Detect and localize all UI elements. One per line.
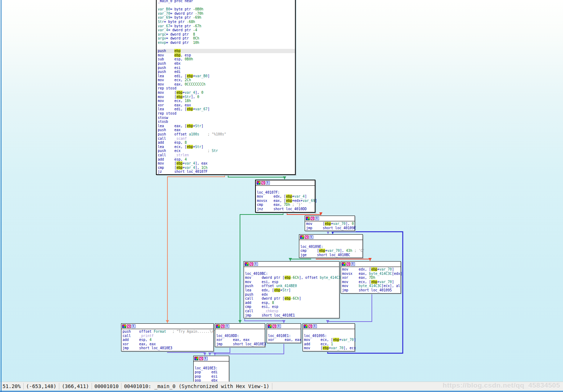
asm-line[interactable]: mov [ebp+Str], 0 [158, 95, 294, 99]
block-title-bar[interactable]: E [267, 324, 301, 329]
basic-block-loc_4010DD[interactable]: E loc_4010DD:xor eax, eaxjmp short loc_4… [215, 323, 265, 347]
basic-block-loc_4010E1[interactable]: E loc_4010E1:xor eax, eax [267, 323, 301, 343]
asm-line[interactable]: mov [ebp+var_4], eax [158, 161, 294, 166]
asm-line[interactable]: mov ecx, [ebp+var_70] [342, 280, 400, 284]
text-view-icon[interactable]: E [351, 262, 355, 266]
asm-line[interactable]: mov ecx, 2Ch [158, 78, 294, 82]
asm-line[interactable]: cmp [ebp+var_70], 43h ; 'C' [300, 249, 361, 253]
block-title-bar[interactable]: E [305, 216, 355, 221]
chart-icon[interactable] [310, 217, 314, 220]
asm-line[interactable]: add esp, 4 [158, 157, 294, 162]
block-title-bar[interactable]: E [244, 262, 339, 267]
block-title-bar[interactable]: E [341, 262, 401, 267]
asm-line[interactable]: call _strlen [158, 153, 294, 157]
basic-block-loc_4010BC[interactable]: E loc_4010BC:mov dword ptr [ebp-6Ch], of… [244, 261, 340, 318]
asm-line[interactable]: call __chkesp [245, 309, 338, 313]
asm-line[interactable]: add esp, 4 [123, 338, 212, 342]
asm-line[interactable]: push ebp [157, 49, 295, 53]
asm-line[interactable]: push esi [158, 66, 294, 70]
block-title-bar[interactable]: E [215, 324, 265, 329]
asm-line[interactable]: movsx eax, byte_414C3C[edx] [342, 272, 400, 276]
chart-icon[interactable] [272, 324, 276, 328]
asm-line[interactable]: mov ebp, esp [158, 53, 294, 57]
asm-line[interactable]: push ecx ; Str [158, 149, 294, 153]
chart-icon[interactable] [346, 262, 350, 266]
asm-line[interactable]: loc_4010E1: [268, 334, 300, 338]
asm-line[interactable]: loc_401095: [304, 334, 354, 338]
asm-line[interactable]: mov ecx, [ebp+var_70] [304, 338, 354, 342]
asm-line[interactable]: jmp short loc_4010E1 [245, 313, 338, 318]
text-view-icon[interactable]: E [254, 262, 258, 266]
asm-line[interactable]: var_67= byte ptr -67h [158, 24, 294, 28]
asm-line[interactable]: call _scanf [158, 137, 294, 141]
asm-line[interactable] [158, 45, 294, 49]
asm-line[interactable]: mov [ebp+var_70], 0 [306, 222, 354, 226]
block-title-bar[interactable]: E [256, 180, 315, 186]
text-view-icon[interactable]: E [131, 324, 135, 328]
palette-icon[interactable] [122, 324, 126, 328]
asm-line[interactable]: push offset unk_414BE0 [245, 284, 338, 288]
asm-line[interactable]: movsx eax, [ebp+edx+var_69] [257, 199, 314, 203]
basic-block-loc_401095[interactable]: E loc_401095:mov ecx, [ebp+var_70]add ec… [303, 323, 355, 351]
asm-line[interactable]: jmp short loc_4010E3 [123, 346, 212, 350]
asm-line[interactable]: Str= byte ptr -68h [158, 20, 294, 24]
palette-icon[interactable] [245, 262, 249, 266]
asm-line[interactable] [158, 3, 294, 8]
basic-block-xor-loop-body[interactable]: Emov edx, [ebp+var_70]movsx eax, byte_41… [341, 261, 401, 294]
basic-block-entry-main_0[interactable]: _main_0 proc near var_B0= byte ptr -0B0h… [156, 0, 296, 175]
asm-line[interactable]: loc_40109E: [300, 245, 361, 249]
asm-line[interactable] [304, 329, 354, 334]
asm-line[interactable]: xor eax, 7Dh [342, 276, 400, 280]
asm-line[interactable]: stosb [158, 120, 294, 124]
asm-line[interactable]: lea edi, [ebp+var_67] [158, 107, 294, 111]
text-view-icon[interactable]: E [315, 217, 319, 220]
asm-line[interactable]: jnz short loc_4010DD [257, 207, 314, 211]
asm-line[interactable]: cmp eax, 7Dh ; '}' [257, 203, 314, 207]
basic-block-loc_40109E[interactable]: E loc_40109E:cmp [ebp+var_70], 43h ; 'C'… [299, 234, 363, 258]
asm-line[interactable]: loc_4010DD: [216, 334, 264, 338]
asm-line[interactable]: call _printf [123, 334, 212, 338]
chart-icon[interactable] [308, 324, 312, 328]
palette-icon[interactable] [342, 262, 346, 266]
chart-icon[interactable] [261, 181, 265, 185]
asm-line[interactable]: add esp, 8 [158, 140, 294, 145]
chart-icon[interactable] [305, 235, 309, 239]
asm-line[interactable]: jmp short loc_4010E3 [216, 342, 264, 346]
asm-line[interactable]: jmp short loc_401095 [342, 288, 400, 292]
asm-line[interactable]: push ebx [158, 61, 294, 66]
chart-icon[interactable] [199, 357, 203, 360]
block-title-bar[interactable]: E [299, 235, 363, 240]
asm-line[interactable]: pop esi [195, 374, 228, 379]
asm-line[interactable]: mov [ebp+var_4], 0 [158, 91, 294, 95]
asm-line[interactable]: stosw [158, 116, 294, 120]
asm-line[interactable]: mov dword ptr [ebp-6Ch], offset byte_414… [245, 276, 338, 280]
asm-line[interactable]: rep stosd [158, 111, 294, 116]
block-title-bar[interactable]: E [194, 356, 229, 361]
asm-line[interactable]: push edi [158, 70, 294, 74]
palette-icon[interactable] [194, 357, 198, 360]
chart-icon[interactable] [127, 324, 131, 328]
asm-line[interactable]: loc_4010BC: [245, 272, 338, 276]
asm-line[interactable]: loc_40107F: [257, 190, 314, 195]
asm-line[interactable]: mov eax, 0CCCCCCCCh [158, 82, 294, 87]
text-view-icon[interactable]: E [204, 357, 208, 360]
basic-block-var70-init[interactable]: Emov [ebp+var_70], 0jmp short loc_40109E [305, 216, 355, 231]
asm-line[interactable]: jge short loc_4010BC [300, 253, 361, 257]
asm-line[interactable]: var_B0= byte ptr -0B0h [158, 7, 294, 11]
chart-icon[interactable] [249, 262, 253, 266]
graph-canvas[interactable]: _main_0 proc near var_B0= byte ptr -0B0h… [0, 0, 563, 392]
asm-line[interactable]: sub esp, 0B0h [158, 57, 294, 61]
asm-line[interactable]: mov esi, esp [245, 280, 338, 284]
asm-line[interactable]: xor eax, eax [123, 342, 212, 346]
asm-line[interactable]: jz short loc_40107F [158, 170, 294, 174]
asm-line[interactable]: xor eax, eax [158, 103, 294, 107]
asm-line[interactable] [300, 240, 361, 245]
asm-line[interactable]: argc= dword ptr 8 [158, 32, 294, 37]
text-view-icon[interactable]: E [313, 324, 317, 328]
block-title-bar[interactable]: E [121, 324, 213, 329]
basic-block-loc_4010E3[interactable]: E loc_4010E3:pop edipop esipop ebx [193, 356, 229, 384]
basic-block-try-again-printf[interactable]: Epush offset Format ; "Try Again......\n… [121, 323, 214, 351]
asm-line[interactable]: argv= dword ptr 0Ch [158, 36, 294, 41]
asm-line[interactable]: push offset a100s ; "%100s" [158, 132, 294, 137]
asm-line[interactable] [268, 329, 300, 334]
